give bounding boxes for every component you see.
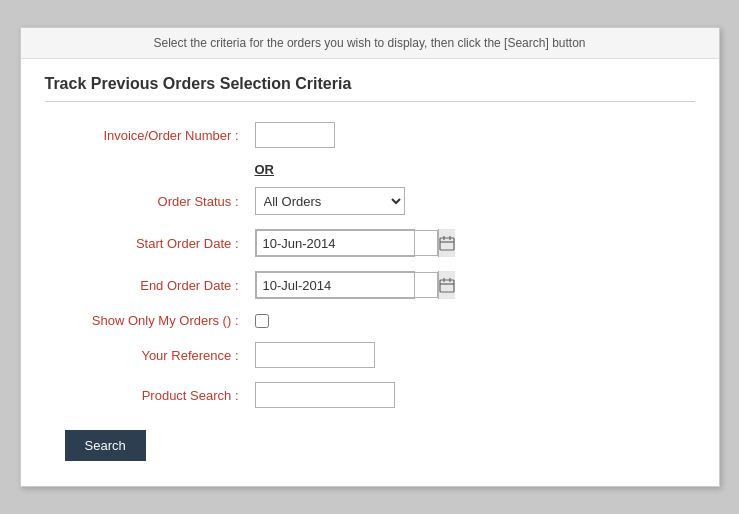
- instruction-text: Select the criteria for the orders you w…: [154, 36, 586, 50]
- end-date-row: End Order Date :: [55, 271, 685, 299]
- or-row: OR: [55, 162, 685, 177]
- invoice-input[interactable]: [255, 122, 335, 148]
- end-date-calendar-button[interactable]: [438, 271, 455, 299]
- end-date-label: End Order Date :: [55, 278, 255, 293]
- start-date-label: Start Order Date :: [55, 236, 255, 251]
- your-reference-control: [255, 342, 685, 368]
- calendar-icon: [439, 277, 455, 293]
- product-search-input[interactable]: [255, 382, 395, 408]
- search-button[interactable]: Search: [65, 430, 146, 461]
- start-date-input[interactable]: [256, 230, 438, 256]
- invoice-row: Invoice/Order Number :: [55, 122, 685, 148]
- start-date-calendar-button[interactable]: [438, 229, 455, 257]
- your-reference-input[interactable]: [255, 342, 375, 368]
- order-status-label: Order Status :: [55, 194, 255, 209]
- product-search-control: [255, 382, 685, 408]
- end-date-control: [255, 271, 685, 299]
- search-button-row: Search: [55, 422, 685, 461]
- svg-rect-4: [440, 280, 454, 292]
- invoice-label: Invoice/Order Number :: [55, 128, 255, 143]
- or-text: OR: [255, 162, 275, 177]
- calendar-icon: [439, 235, 455, 251]
- page-container: Select the criteria for the orders you w…: [20, 27, 720, 487]
- page-title: Track Previous Orders Selection Criteria: [45, 75, 695, 102]
- start-date-wrapper: [255, 229, 415, 257]
- form-section: Invoice/Order Number : OR Order Status :…: [45, 122, 695, 461]
- end-date-wrapper: [255, 271, 415, 299]
- instruction-bar: Select the criteria for the orders you w…: [21, 28, 719, 59]
- start-date-row: Start Order Date :: [55, 229, 685, 257]
- show-my-orders-label: Show Only My Orders () :: [55, 313, 255, 328]
- product-search-row: Product Search :: [55, 382, 685, 408]
- show-my-orders-checkbox[interactable]: [255, 314, 269, 328]
- end-date-input[interactable]: [256, 272, 438, 298]
- order-status-select[interactable]: All Orders Pending Processing Shipped De…: [255, 187, 405, 215]
- product-search-label: Product Search :: [55, 388, 255, 403]
- show-my-orders-control: [255, 314, 685, 328]
- svg-rect-0: [440, 238, 454, 250]
- start-date-control: [255, 229, 685, 257]
- order-status-control: All Orders Pending Processing Shipped De…: [255, 187, 685, 215]
- show-my-orders-row: Show Only My Orders () :: [55, 313, 685, 328]
- invoice-control: [255, 122, 685, 148]
- your-reference-row: Your Reference :: [55, 342, 685, 368]
- your-reference-label: Your Reference :: [55, 348, 255, 363]
- main-content: Track Previous Orders Selection Criteria…: [21, 59, 719, 485]
- order-status-row: Order Status : All Orders Pending Proces…: [55, 187, 685, 215]
